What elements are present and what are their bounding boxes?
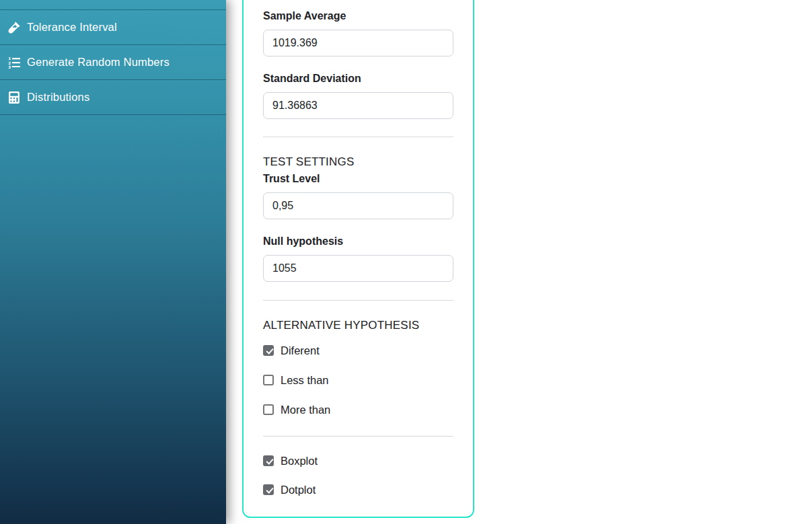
- checkbox-dotplot[interactable]: Dotplot: [263, 482, 453, 498]
- alternative-hypothesis-heading: ALTERNATIVE HYPOTHESIS: [263, 317, 453, 334]
- checkbox-label: Less than: [281, 372, 329, 388]
- divider: [263, 436, 453, 437]
- svg-text:1: 1: [8, 57, 11, 61]
- divider: [263, 300, 453, 301]
- checkbox-icon[interactable]: [263, 404, 274, 415]
- vial-icon: [7, 21, 21, 34]
- standard-deviation-input[interactable]: [263, 92, 453, 119]
- sidebar-item-label: Distributions: [27, 91, 89, 104]
- checkbox-label: Diferent: [281, 342, 320, 359]
- divider: [263, 137, 453, 137]
- standard-deviation-field: Standard Deviation: [263, 71, 453, 119]
- sample-average-input[interactable]: [263, 30, 453, 57]
- checkbox-icon[interactable]: [263, 455, 274, 466]
- sample-average-field: Sample Average: [263, 8, 453, 57]
- checkbox-diferent[interactable]: Diferent: [263, 342, 453, 359]
- trust-level-input[interactable]: [263, 192, 453, 219]
- checkbox-label: Dotplot: [281, 482, 316, 498]
- sidebar-item-tolerance-interval[interactable]: Tolerance Interval: [0, 10, 226, 45]
- trust-level-field: Trust Level: [263, 171, 453, 219]
- checkbox-label: More than: [281, 402, 330, 418]
- sample-average-label: Sample Average: [263, 8, 453, 24]
- checkbox-more-than[interactable]: More than: [263, 402, 453, 418]
- checkbox-icon[interactable]: [263, 375, 274, 385]
- null-hypothesis-input[interactable]: [263, 255, 453, 282]
- sidebar: Tolerance Interval 1 2 3 Generate Random…: [0, 0, 226, 524]
- trust-level-label: Trust Level: [263, 171, 453, 187]
- test-settings-heading: TEST SETTINGS: [263, 153, 453, 171]
- checkbox-boxplot[interactable]: Boxplot: [263, 453, 453, 469]
- ordered-list-icon: 1 2 3: [7, 56, 21, 69]
- sidebar-item-partial[interactable]: [0, 0, 226, 10]
- checkbox-less-than[interactable]: Less than: [263, 372, 453, 388]
- null-hypothesis-field: Null hypothesis: [263, 233, 453, 282]
- sidebar-item-generate-random-numbers[interactable]: 1 2 3 Generate Random Numbers: [0, 45, 226, 80]
- null-hypothesis-label: Null hypothesis: [263, 233, 453, 250]
- sidebar-item-label: Tolerance Interval: [27, 21, 117, 34]
- checkbox-icon[interactable]: [263, 345, 274, 356]
- checkbox-label: Boxplot: [281, 453, 318, 469]
- test-settings-panel: Sample Average Standard Deviation TEST S…: [242, 0, 474, 518]
- svg-text:2: 2: [8, 61, 11, 65]
- standard-deviation-label: Standard Deviation: [263, 71, 453, 87]
- sidebar-item-distributions[interactable]: Distributions: [0, 80, 226, 115]
- app-window: Tolerance Interval 1 2 3 Generate Random…: [0, 0, 812, 524]
- sidebar-item-label: Generate Random Numbers: [27, 56, 170, 69]
- checkbox-icon[interactable]: [263, 484, 274, 495]
- calculator-icon: [7, 91, 21, 104]
- svg-text:3: 3: [8, 65, 11, 68]
